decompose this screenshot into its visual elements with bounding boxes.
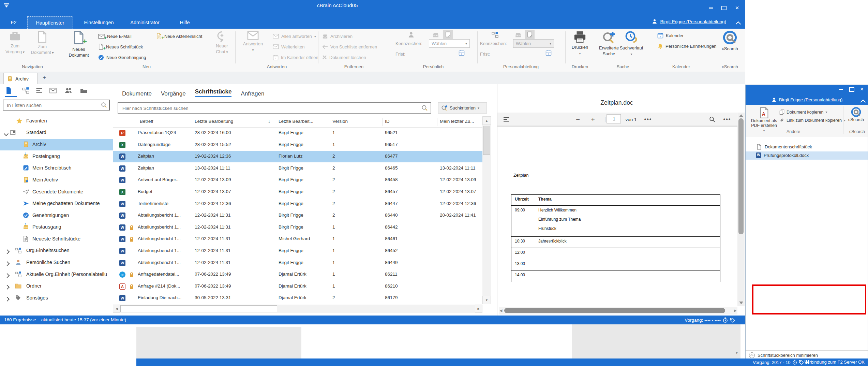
chevron-right-icon[interactable] (5, 284, 9, 290)
suchverlauf-button[interactable]: Suchverlauf▾ (618, 29, 645, 57)
sidebar-item-postausgang[interactable]: ↑ Postausgang (0, 221, 113, 233)
neue-genehmigung-button[interactable]: Neue Genehmigung (98, 53, 146, 61)
menu-tab-einstellungen[interactable]: Einstellungen (82, 16, 116, 29)
kennzeichen-select[interactable]: Wählen▾ (429, 39, 470, 48)
stopwatch-icon[interactable] (723, 317, 728, 323)
scroll-left-icon[interactable]: ◀ (499, 308, 502, 313)
horizontal-scrollbar-thumb[interactable] (120, 305, 277, 312)
table-row[interactable]: Abteilungsbericht 1...12-02-2024 11:31Bi… (113, 210, 482, 221)
vertical-scrollbar-thumb[interactable] (483, 126, 490, 155)
frist-date-icon[interactable] (459, 50, 465, 56)
table-row[interactable]: Budget12-02-2024 13:07Birgit Frigge28645… (113, 186, 482, 198)
documents-view-icon[interactable] (4, 86, 13, 95)
table-row[interactable]: Datengrundlage28-02-2024 15:52Birgit Fri… (113, 139, 482, 151)
antworten-button[interactable]: Antworten▾ (239, 29, 267, 53)
sidebar-item-persoenliche-suchen[interactable]: Persönliche Suchen (0, 257, 113, 268)
attachment-item[interactable]: Dokumentenschriftstück (746, 143, 868, 151)
menu-tab-administrator[interactable]: Administrator (127, 16, 163, 29)
scroll-up-icon[interactable] (739, 114, 743, 117)
list-search-input[interactable] (122, 104, 413, 112)
col-letzte-bearbeitung[interactable]: Letzte Bearbeitung (195, 119, 233, 124)
table-row[interactable]: Präsentation 1Q2428-02-2024 16:00Birgit … (113, 127, 482, 139)
chevron-down-icon[interactable] (4, 131, 8, 136)
neue-email-button[interactable]: + Neue E-Mail (98, 32, 132, 40)
user-name[interactable]: Birgit Frigge (Personalabteilung) (779, 97, 842, 102)
tab-schriftstuecke[interactable]: Schriftstücke (195, 88, 232, 97)
table-row[interactable]: Anfrage #214 (Dok...07-06-2022 13:49Djam… (113, 281, 482, 292)
im-kalender-oeffnen-button[interactable]: Im Kalender öffnen (273, 53, 318, 61)
scroll-right-icon[interactable]: ▶ (734, 308, 737, 313)
chevron-right-icon[interactable] (5, 273, 9, 278)
pdf-erstellen-button[interactable]: Dokument alsPDF erstellen ▾ (750, 107, 778, 133)
folder-view-icon[interactable] (79, 86, 88, 95)
sort-desc-icon[interactable]: ↓ (268, 119, 270, 124)
table-row[interactable]: Antwort auf Bürger...12-02-2024 13:09Bir… (113, 174, 482, 186)
sidebar-search[interactable] (3, 100, 110, 111)
table-row[interactable]: Teilnehmerliste12-02-2024 12:36Birgit Fr… (113, 198, 482, 210)
quick-access-icon[interactable] (4, 3, 9, 4)
dokument-loeschen-button[interactable]: Dokument löschen (322, 53, 366, 61)
maximize-button[interactable] (847, 86, 857, 93)
attachment-item-selected[interactable]: Prüfungsprotokoll.docx (746, 151, 868, 160)
collapse-ribbon-icon[interactable] (736, 21, 740, 27)
weiterleiten-button[interactable]: Weiterleiten (273, 43, 304, 51)
archiv-list-tab[interactable]: Archiv (3, 73, 38, 84)
sidebar-item-genehmigungen[interactable]: Genehmigungen (0, 210, 113, 221)
maximize-button[interactable] (719, 4, 729, 12)
col-mein-letzter-zugriff[interactable]: Mein letzter Zu... (440, 119, 474, 124)
sidebar-item-mein-schreibtisch[interactable]: Mein Schreibtisch (0, 162, 113, 174)
sidebar-item-sonstiges[interactable]: Sonstiges (0, 292, 113, 304)
col-id[interactable]: ID (385, 119, 390, 124)
tag-icon[interactable] (730, 318, 735, 323)
allen-antworten-button[interactable]: Allen antworten▾ (273, 32, 316, 40)
sidebar-item-meine-gechatteten-dokumente[interactable]: Meine gechatteten Dokumente (0, 198, 113, 209)
persoenliche-erinnerungen-button[interactable]: Persönliche Erinnerungen (657, 42, 717, 50)
sidebar-item-org-einheitssuchen[interactable]: Org.Einheitssuchen (0, 245, 113, 257)
preview-horizontal-scrollbar-thumb[interactable] (504, 308, 725, 313)
sidebar-item-aktuelle-org-einheit[interactable]: Aktuelle Org.Einheit (Personalabteilu (0, 269, 113, 280)
scroll-down-icon[interactable]: ▼ (482, 296, 491, 304)
sidebar-item-posteingang[interactable]: ↓ Posteingang (0, 151, 113, 162)
sidebar-search-input[interactable] (6, 101, 96, 109)
table-row[interactable]: Abteilungsbericht 1...12-02-2024 11:31Bi… (113, 245, 482, 257)
more-icon[interactable]: ••• (644, 115, 652, 123)
user-menu[interactable]: Birgit Frigge (Personalabteilung) (772, 97, 842, 102)
user-menu[interactable]: Birgit Frigge (Personalabteilung) (652, 19, 726, 24)
scroll-left-icon[interactable]: ◀ (113, 305, 120, 313)
zoom-in-icon[interactable]: + (589, 115, 597, 123)
table-row[interactable]: Abteilungsbericht 1...12-02-2024 11:31Bi… (113, 257, 482, 269)
csearch-button[interactable]: cSearch (847, 107, 866, 122)
link-kopieren-button[interactable]: Link zum Dokument kopieren▾ (779, 118, 845, 123)
search-in-doc-icon[interactable] (708, 115, 716, 123)
dokument-kopieren-button[interactable]: Dokument kopieren▾ (779, 109, 827, 115)
user-name[interactable]: Birgit Frigge (Personalabteilung) (660, 19, 726, 24)
org-view-icon[interactable] (21, 86, 30, 95)
col-letzte-bearbeiter[interactable]: Letzte Bearbeit... (279, 119, 313, 124)
table-row[interactable]: Einladung Die nach...30-05-2022 13:31Dja… (113, 292, 482, 304)
outline-icon[interactable] (502, 115, 510, 123)
archivieren-button[interactable]: Archivieren (322, 32, 353, 40)
von-suchliste-entfernen-button[interactable]: Von Suchliste entfernen (322, 43, 377, 51)
col-version[interactable]: Version (332, 119, 348, 124)
table-row[interactable]: Abteilungsbericht 1...12-02-2024 11:31Mi… (113, 233, 482, 245)
sidebar-item-gesendete-dokumente[interactable]: Gesendete Dokumente (0, 186, 113, 198)
zum-vorgang-button[interactable]: ZumVorgang ▾ (4, 29, 26, 55)
tab-dokumente[interactable]: Dokumente (122, 90, 152, 97)
neues-dokument-button[interactable]: + NeuesDokument (65, 29, 92, 58)
sidebar-item-mein-archiv[interactable]: Mein Archiv (0, 174, 113, 186)
kennzeichen2-select[interactable]: Wählen▾ (513, 39, 554, 48)
chevron-right-icon[interactable] (5, 296, 9, 302)
mail-view-icon[interactable] (48, 86, 57, 95)
list-view-icon[interactable] (35, 86, 44, 95)
table-row[interactable]: Zeitplan13-02-2024 11:11Birgit Frigge286… (113, 163, 482, 174)
tab-vorgaenge[interactable]: Vorgänge (161, 90, 186, 97)
zum-dokument-button[interactable]: ZumDokument ▾ (29, 29, 56, 56)
scroll-down-icon[interactable] (739, 302, 743, 304)
close-button[interactable]: × (732, 4, 742, 12)
neue-akteneinsicht-button[interactable]: + Neue Akteneinsicht (156, 32, 202, 40)
chevron-right-icon[interactable] (5, 249, 9, 254)
sidebar-item-archiv[interactable]: Archiv (0, 139, 113, 150)
people-view-icon[interactable] (64, 86, 73, 95)
minimize-button[interactable] (706, 4, 716, 12)
sidebar-item-ordner[interactable]: Ordner (0, 280, 113, 292)
